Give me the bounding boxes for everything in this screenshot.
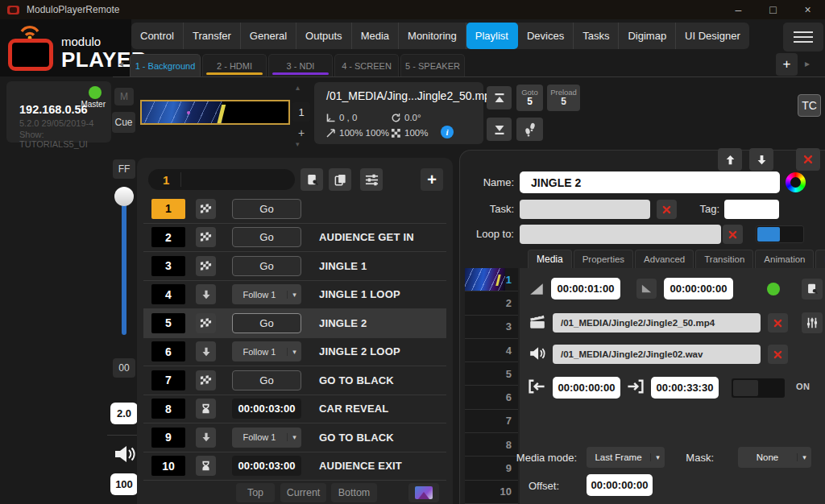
on-toggle[interactable] [732, 378, 785, 398]
in-point-field[interactable]: 00:00:00:00 [553, 377, 620, 399]
layer-item-6[interactable]: 6 [465, 386, 518, 409]
media-adjust-button[interactable] [802, 312, 823, 333]
nav-tab-control[interactable]: Control [131, 23, 184, 49]
loop-toggle[interactable] [756, 225, 804, 243]
layer-item-3[interactable]: 3 [465, 316, 518, 339]
layer-item-2[interactable]: 2 [465, 291, 518, 315]
thumbnail-view-button[interactable] [408, 483, 439, 502]
clear-video-button[interactable] [768, 313, 788, 333]
go-button[interactable]: Go [232, 256, 301, 276]
rate-field[interactable]: 2.0 [110, 403, 138, 424]
layer-item-4[interactable]: 4 [465, 339, 518, 362]
copy-media-button[interactable] [802, 279, 823, 300]
go-button[interactable]: Go [232, 313, 301, 333]
wait-time-field[interactable]: 00:00:03:00 [232, 399, 301, 419]
nav-tab-monitoring[interactable]: Monitoring [399, 23, 466, 49]
color-wheel-icon[interactable] [786, 172, 806, 192]
playlist-tab-4[interactable]: 4 - SCREEN [334, 54, 399, 76]
speed-slider-thumb[interactable] [114, 187, 134, 206]
playlist-row[interactable]: 800:00:03:00CAR REVEAL [143, 395, 446, 424]
subtab-next-icon[interactable]: ▸ [805, 58, 810, 69]
follow-dropdown[interactable]: Follow 1▾ [232, 428, 301, 448]
current-cue-display[interactable]: 1 [148, 169, 295, 190]
playlist-settings-button[interactable] [360, 168, 383, 191]
clear-task-button[interactable] [657, 200, 677, 219]
info-icon[interactable]: i [441, 126, 454, 138]
task-field[interactable] [520, 200, 650, 219]
layer-up-icon[interactable]: ▴ [296, 83, 300, 92]
nav-tab-digimap[interactable]: Digimap [619, 23, 676, 49]
zero-button[interactable]: 00 [113, 358, 135, 378]
menu-button[interactable] [783, 23, 823, 52]
add-cue-button[interactable]: + [421, 168, 443, 191]
scroll-bottom-button[interactable]: Bottom [331, 483, 377, 502]
mask-dropdown[interactable]: None ▾ [738, 447, 811, 468]
move-up-button[interactable] [718, 148, 742, 171]
goto-button[interactable]: Goto 5 [516, 85, 543, 111]
name-field[interactable]: JINGLE 2 [520, 171, 780, 193]
playlist-tab-2[interactable]: 2 - HDMI [202, 54, 267, 76]
nav-tab-outputs[interactable]: Outputs [296, 23, 352, 49]
wait-time-field[interactable]: 00:00:03:00 [232, 456, 301, 476]
fade-out-button[interactable] [636, 279, 657, 299]
playlist-row[interactable]: 2GoAUDIENCE GET IN [143, 224, 446, 253]
output-preview[interactable] [140, 100, 290, 125]
speed-slider-track[interactable] [122, 190, 126, 335]
preload-button[interactable]: Preload 5 [547, 85, 580, 111]
minimize-button[interactable]: – [721, 0, 756, 19]
step-button[interactable] [516, 118, 543, 141]
playlist-tab-3[interactable]: 3 - NDI [268, 54, 333, 76]
follow-dropdown[interactable]: Follow 1▾ [232, 341, 301, 361]
fade-in-field[interactable]: 00:00:01:00 [551, 278, 620, 300]
nav-tab-devices[interactable]: Devices [518, 23, 574, 49]
maximize-button[interactable]: □ [756, 0, 790, 19]
move-down-button[interactable] [749, 148, 773, 171]
playlist-row[interactable]: 1Go [143, 195, 446, 224]
nav-tab-tasks[interactable]: Tasks [574, 23, 619, 49]
copy-cue-button[interactable] [329, 168, 351, 191]
playlist-tab-5[interactable]: 5 - SPEAKER [400, 54, 465, 76]
tab-transition[interactable]: Transition [695, 250, 753, 268]
layer-item-7[interactable]: 7 [465, 410, 518, 433]
nav-tab-transfer[interactable]: Transfer [184, 23, 241, 49]
volume-field[interactable]: 100 [110, 473, 138, 495]
mute-button[interactable]: M [114, 88, 134, 105]
media-mode-dropdown[interactable]: Last Frame ▾ [587, 447, 665, 468]
playlist-row[interactable]: 5GoJINGLE 2 [143, 309, 446, 338]
layer-item-5[interactable]: 5 [465, 362, 518, 386]
clear-audio-button[interactable] [768, 345, 788, 364]
timecode-button[interactable]: TC [798, 94, 821, 117]
playlist-row[interactable]: 6Follow 1▾JINGLE 2 LOOP [143, 338, 446, 367]
tag-field[interactable] [724, 200, 779, 219]
fade-out-field[interactable]: 00:00:00:00 [664, 278, 733, 300]
offset-field[interactable]: 00:00:00:00 [587, 474, 653, 496]
tab-advanced[interactable]: Advanced [635, 250, 694, 268]
tab-media[interactable]: Media [528, 250, 572, 268]
playlist-row[interactable]: 4Follow 1▾JINGLE 1 LOOP [143, 281, 446, 310]
playlist-row[interactable]: 1000:00:03:00AUDIENCE EXIT [143, 452, 446, 481]
go-button[interactable]: Go [232, 370, 301, 390]
video-path-field[interactable]: /01_MEDIA/Jingle2/Jingle2_50.mp4 [553, 313, 761, 333]
tab-properties[interactable]: Properties [574, 250, 633, 268]
nav-tab-playlist[interactable]: Playlist [466, 23, 518, 49]
playlist-row[interactable]: 7GoGO TO BLACK [143, 366, 446, 395]
paste-cue-button[interactable] [301, 168, 323, 191]
delete-cue-button[interactable] [796, 148, 820, 171]
ff-button[interactable]: FF [113, 159, 135, 179]
follow-dropdown[interactable]: Follow 1▾ [232, 284, 301, 304]
go-button[interactable]: Go [232, 227, 301, 247]
clear-loop-button[interactable] [723, 225, 743, 244]
playlist-row[interactable]: 9Follow 1▾GO TO BLACK [143, 423, 446, 452]
add-layer-button[interactable]: + [292, 126, 310, 140]
loop-to-field[interactable] [520, 225, 721, 244]
add-playlist-tab-button[interactable]: + [776, 53, 798, 76]
nav-tab-general[interactable]: General [241, 23, 296, 49]
layer-item-10[interactable]: 10 [465, 481, 518, 504]
close-button[interactable]: × [790, 0, 825, 19]
playlist-tab-1[interactable]: 1 - Background [130, 54, 201, 76]
subtab-prev-icon[interactable]: ◂ [118, 58, 123, 69]
nav-tab-ui-designer[interactable]: UI Designer [676, 23, 749, 49]
tab-animation[interactable]: Animation [755, 250, 814, 268]
playlist-row[interactable]: 3GoJINGLE 1 [143, 252, 446, 281]
scroll-top-button[interactable]: Top [236, 483, 275, 502]
